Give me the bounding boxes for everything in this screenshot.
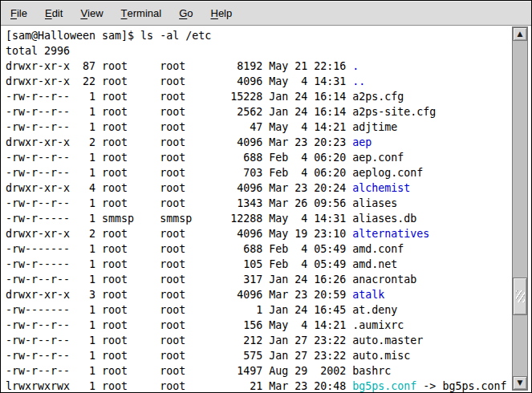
scroll-up-button[interactable]: ▲ xyxy=(513,27,527,41)
menu-item-edit[interactable]: Edit xyxy=(36,1,71,25)
link-target: -> bg5ps.conf xyxy=(416,380,506,392)
entry-name: alchemist xyxy=(352,182,410,194)
entry-name: auto.misc xyxy=(352,350,410,362)
terminal-line: drwxr-xr-x 3 root root 4096 Mar 23 20:59… xyxy=(6,287,512,302)
entry-name: anacrontab xyxy=(352,273,416,286)
terminal-window: FileEditViewTerminalGoHelp [sam@Hallowee… xyxy=(0,0,532,393)
terminal-line: -rw-r----- 1 smmsp smmsp 12288 May 4 14:… xyxy=(6,211,512,226)
terminal-line: -rw-r--r-- 1 root root 212 Jan 27 23:22 … xyxy=(6,333,512,348)
menu-item-label: elp xyxy=(218,7,232,19)
entry-name: . xyxy=(352,60,359,72)
terminal-line: lrwxrwxrwx 1 root root 21 Mar 23 20:48 b… xyxy=(6,379,512,392)
menu-item-help[interactable]: Help xyxy=(202,1,242,25)
terminal-line: -rw-r--r-- 1 root root 2562 Jan 24 16:14… xyxy=(6,104,512,120)
entry-name: aliases xyxy=(352,197,397,209)
terminal-line: -rw-r--r-- 1 root root 47 May 4 14:21 ad… xyxy=(6,120,512,135)
terminal-line: -rw-r----- 1 root root 105 Feb 4 05:49 a… xyxy=(6,257,512,272)
terminal-line: -rw-r--r-- 1 root root 15228 Jan 24 16:1… xyxy=(6,89,512,104)
terminal-line: -rw-r--r-- 1 root root 575 Jan 27 23:22 … xyxy=(6,348,512,363)
menu-item-label: iew xyxy=(87,7,104,19)
menu-item-label: ile xyxy=(17,7,27,19)
menu-item-label: o xyxy=(187,7,193,19)
scroll-up-icon: ▲ xyxy=(518,30,523,38)
scroll-down-button[interactable]: ▼ xyxy=(513,376,527,390)
terminal-line: -rw-r--r-- 1 root root 317 Jan 24 16:26 … xyxy=(6,272,512,287)
entry-name: aep.conf xyxy=(352,152,404,164)
entry-name: bg5ps.conf xyxy=(352,380,416,392)
entry-meta: -rw------- 1 root root 1 Jan 24 16:45 xyxy=(6,304,352,316)
entry-meta: -rw-r--r-- 1 root root 2562 Jan 24 16:14 xyxy=(6,106,352,118)
scrollbar-thumb[interactable] xyxy=(513,278,527,315)
entry-meta: -rw-r--r-- 1 root root 1497 Aug 29 2002 xyxy=(6,365,352,377)
entry-meta: lrwxrwxrwx 1 root root 21 Mar 23 20:48 xyxy=(6,380,352,392)
entry-meta: drwxr-xr-x 87 root root 8192 May 21 22:1… xyxy=(6,60,352,72)
entry-name: auto.master xyxy=(352,334,423,346)
menu-item-view[interactable]: View xyxy=(71,1,112,25)
terminal-line: drwxr-xr-x 22 root root 4096 May 4 14:31… xyxy=(6,74,512,89)
entry-meta: drwxr-xr-x 2 root root 4096 May 19 23:10 xyxy=(6,228,352,240)
entry-meta: -rw-r--r-- 1 root root 15228 Jan 24 16:1… xyxy=(6,91,352,103)
entry-name: aliases.db xyxy=(352,213,416,225)
terminal-line: -rw-r--r-- 1 root root 688 Feb 4 06:20 a… xyxy=(6,150,512,165)
menubar: FileEditViewTerminalGoHelp xyxy=(1,1,531,26)
entry-name: .aumixrc xyxy=(352,319,404,331)
menu-item-label: F xyxy=(10,7,17,19)
prompt-line: [sam@Halloween sam]$ ls -al /etc xyxy=(6,28,512,43)
menu-item-label: erminal xyxy=(128,7,162,19)
entry-name: adjtime xyxy=(352,121,397,133)
menu-item-terminal[interactable]: Terminal xyxy=(112,1,171,25)
menu-item-label: G xyxy=(179,7,187,19)
terminal-line: -rw------- 1 root root 688 Feb 4 05:49 a… xyxy=(6,241,512,257)
entry-meta: -rw-r----- 1 root root 105 Feb 4 05:49 xyxy=(6,258,352,270)
menu-item-label: V xyxy=(80,7,87,19)
entry-name: aep xyxy=(352,136,372,148)
entry-name: bashrc xyxy=(352,365,391,377)
entry-name: a2ps.cfg xyxy=(352,91,404,103)
terminal-line: -rw------- 1 root root 1 Jan 24 16:45 at… xyxy=(6,302,512,318)
scroll-down-icon: ▼ xyxy=(518,379,523,387)
scrollbar[interactable]: ▲ ▼ xyxy=(512,26,528,391)
total-text: total 2996 xyxy=(6,45,70,57)
terminal-line: -rw-r--r-- 1 root root 1343 Mar 26 09:56… xyxy=(6,196,512,211)
menu-item-label: H xyxy=(211,7,218,19)
entry-meta: -rw-r--r-- 1 root root 212 Jan 27 23:22 xyxy=(6,334,352,346)
entry-name: at.deny xyxy=(352,304,397,316)
menu-item-label: dit xyxy=(52,7,63,19)
entry-name: a2ps-site.cfg xyxy=(352,106,436,118)
entry-meta: -rw-r----- 1 smmsp smmsp 12288 May 4 14:… xyxy=(6,213,352,225)
menu-item-go[interactable]: Go xyxy=(170,1,201,25)
entry-name: .. xyxy=(352,75,365,87)
entry-name: amd.net xyxy=(352,258,397,270)
entry-name: aeplog.conf xyxy=(352,167,423,179)
terminal-line: -rw-r--r-- 1 root root 156 May 4 14:21 .… xyxy=(6,318,512,333)
scrollbar-grip-icon xyxy=(516,290,525,302)
terminal-line: drwxr-xr-x 2 root root 4096 May 19 23:10… xyxy=(6,226,512,241)
entry-meta: -rw-r--r-- 1 root root 317 Jan 24 16:26 xyxy=(6,273,352,286)
menu-item-file[interactable]: File xyxy=(2,1,36,25)
terminal-line: -rw-r--r-- 1 root root 1497 Aug 29 2002 … xyxy=(6,363,512,379)
entry-meta: drwxr-xr-x 3 root root 4096 Mar 23 20:59 xyxy=(6,289,352,301)
entry-meta: drwxr-xr-x 22 root root 4096 May 4 14:31 xyxy=(6,75,352,87)
shell-prompt: [sam@Halloween sam]$ xyxy=(6,30,134,42)
menu-item-label: T xyxy=(121,7,128,19)
total-line: total 2996 xyxy=(6,43,512,59)
terminal-line: drwxr-xr-x 2 root root 4096 Mar 23 20:23… xyxy=(6,135,512,150)
menu-item-label: E xyxy=(45,7,52,19)
shell-command: ls -al /etc xyxy=(134,30,211,42)
entry-meta: -rw-r--r-- 1 root root 703 Feb 4 06:20 xyxy=(6,167,352,179)
terminal-line: drwxr-xr-x 87 root root 8192 May 21 22:1… xyxy=(6,59,512,74)
entry-meta: -rw-r--r-- 1 root root 156 May 4 14:21 xyxy=(6,319,352,331)
entry-meta: -rw-r--r-- 1 root root 47 May 4 14:21 xyxy=(6,121,352,133)
entry-meta: drwxr-xr-x 4 root root 4096 Mar 23 20:24 xyxy=(6,182,352,194)
entry-meta: -rw-r--r-- 1 root root 1343 Mar 26 09:56 xyxy=(6,197,352,209)
terminal-line: drwxr-xr-x 4 root root 4096 Mar 23 20:24… xyxy=(6,180,512,196)
entry-meta: -rw-r--r-- 1 root root 688 Feb 4 06:20 xyxy=(6,152,352,164)
terminal-screen[interactable]: [sam@Halloween sam]$ ls -al /etctotal 29… xyxy=(2,26,512,392)
entry-name: atalk xyxy=(352,289,384,301)
entry-name: alternatives xyxy=(352,228,429,240)
entry-meta: -rw-r--r-- 1 root root 575 Jan 27 23:22 xyxy=(6,350,352,362)
entry-name: amd.conf xyxy=(352,243,404,255)
terminal-line: -rw-r--r-- 1 root root 703 Feb 4 06:20 a… xyxy=(6,165,512,180)
entry-meta: drwxr-xr-x 2 root root 4096 Mar 23 20:23 xyxy=(6,136,352,148)
entry-meta: -rw------- 1 root root 688 Feb 4 05:49 xyxy=(6,243,352,255)
